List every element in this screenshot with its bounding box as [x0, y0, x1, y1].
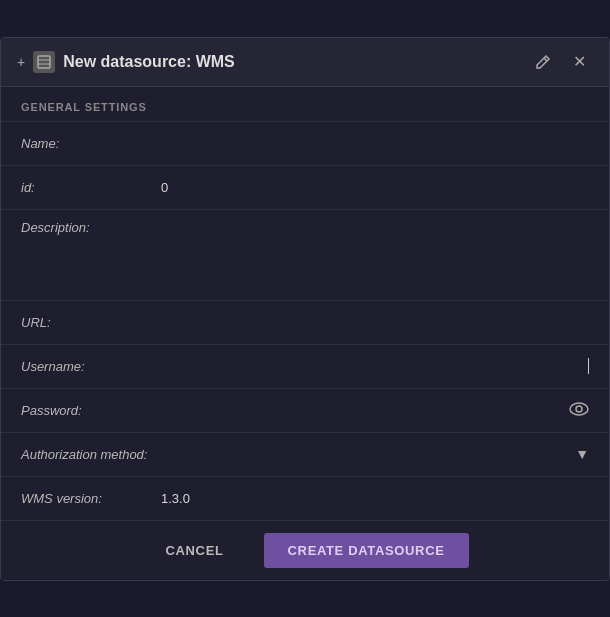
svg-rect-0 [38, 56, 50, 68]
wms-version-field-row: WMS version: 1.3.0 [1, 476, 609, 520]
name-field-row: Name: [1, 121, 609, 165]
description-input[interactable] [161, 220, 589, 290]
password-input[interactable] [161, 403, 569, 418]
id-field-row: id: 0 [1, 165, 609, 209]
username-label: Username: [21, 359, 161, 374]
auth-method-field-row: Authorization method: ▼ [1, 432, 609, 476]
name-label: Name: [21, 136, 161, 151]
id-value: 0 [161, 180, 589, 195]
username-input[interactable] [161, 359, 588, 374]
dropdown-icon[interactable]: ▼ [575, 446, 589, 462]
new-datasource-dialog: + New datasource: WMS ✕ GENERAL SETTINGS… [0, 37, 610, 581]
wms-version-label: WMS version: [21, 491, 161, 506]
wms-version-value: 1.3.0 [161, 491, 190, 506]
password-label: Password: [21, 403, 161, 418]
general-settings-label: GENERAL SETTINGS [1, 87, 609, 121]
auth-method-label: Authorization method: [21, 447, 161, 462]
cursor-indicator [588, 358, 589, 374]
description-field-row: Description: [1, 209, 609, 300]
cancel-button[interactable]: CANCEL [141, 533, 247, 568]
edit-icon[interactable] [529, 48, 557, 76]
dialog-body: GENERAL SETTINGS Name: id: 0 Description… [1, 87, 609, 520]
dialog-header: + New datasource: WMS ✕ [1, 38, 609, 87]
create-datasource-button[interactable]: CREATE DATASOURCE [264, 533, 469, 568]
dialog-footer: CANCEL CREATE DATASOURCE [1, 520, 609, 580]
id-label: id: [21, 180, 161, 195]
name-input[interactable] [161, 136, 589, 151]
url-input[interactable] [161, 315, 589, 330]
password-field-row: Password: [1, 388, 609, 432]
dialog-title: New datasource: WMS [63, 53, 521, 71]
description-label: Description: [21, 220, 161, 235]
show-password-icon[interactable] [569, 400, 589, 421]
username-field-row: Username: [1, 344, 609, 388]
close-icon[interactable]: ✕ [565, 48, 593, 76]
url-field-row: URL: [1, 300, 609, 344]
svg-point-4 [570, 403, 588, 415]
plus-icon: + [17, 54, 25, 70]
url-label: URL: [21, 315, 161, 330]
svg-line-3 [544, 58, 547, 61]
svg-point-5 [576, 406, 582, 412]
datasource-icon [33, 51, 55, 73]
